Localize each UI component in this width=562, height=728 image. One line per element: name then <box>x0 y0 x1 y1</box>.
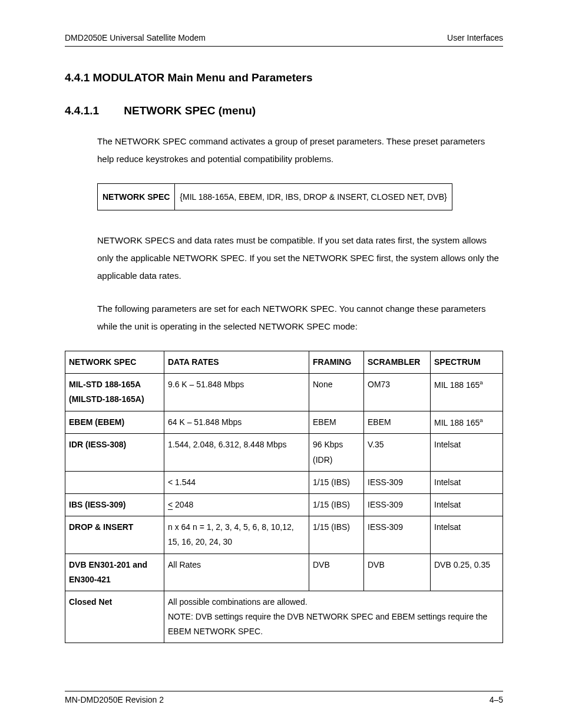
cell-scrambler: OM73 <box>364 374 431 411</box>
cell-framing: EBEM <box>309 411 364 434</box>
section-heading-4-4-1-1: 4.4.1.1 NETWORK SPEC (menu) <box>65 104 503 117</box>
table-header-row: NETWORK SPEC DATA RATES FRAMING SCRAMBLE… <box>65 351 503 374</box>
table-row-closed-net: Closed Net All possible combinations are… <box>65 591 503 643</box>
cell-rates: 9.6 K – 51.848 Mbps <box>164 374 309 411</box>
cell-spec: Closed Net <box>65 591 164 643</box>
page-footer: MN-DMD2050E Revision 2 4–5 <box>65 691 503 704</box>
cell-spec: IDR (IESS-308) <box>65 434 164 471</box>
cell-rates: All Rates <box>164 554 309 591</box>
cell-spectrum: Intelsat <box>431 434 503 471</box>
section-heading-4-4-1: 4.4.1 MODULATOR Main Menu and Parameters <box>65 71 503 84</box>
cell-framing: 1/15 (IBS) <box>309 493 364 516</box>
footer-page-number: 4–5 <box>490 695 503 704</box>
cell-spec: DROP & INSERT <box>65 516 164 554</box>
spec-box-label: NETWORK SPEC <box>98 184 175 210</box>
col-scrambler: SCRAMBLER <box>364 351 431 374</box>
table-row: EBEM (EBEM) 64 K – 51.848 Mbps EBEM EBEM… <box>65 411 503 434</box>
paragraph-params: The following parameters are set for eac… <box>97 300 503 335</box>
network-spec-table: NETWORK SPEC DATA RATES FRAMING SCRAMBLE… <box>65 351 503 643</box>
table-row: < 1.544 1/15 (IBS) IESS-309 Intelsat <box>65 471 503 493</box>
cell-scrambler: IESS-309 <box>364 493 431 516</box>
cell-rates: n x 64 n = 1, 2, 3, 4, 5, 6, 8, 10,12, 1… <box>164 516 309 554</box>
col-network-spec: NETWORK SPEC <box>65 351 164 374</box>
cell-scrambler: IESS-309 <box>364 516 431 554</box>
col-framing: FRAMING <box>309 351 364 374</box>
cell-scrambler: DVB <box>364 554 431 591</box>
cell-closed-net-note: All possible combinations are allowed. N… <box>164 591 503 643</box>
page-header: DMD2050E Universal Satellite Modem User … <box>65 33 503 47</box>
cell-rates: 64 K – 51.848 Mbps <box>164 411 309 434</box>
cell-spec: IBS (IESS-309) <box>65 493 164 516</box>
cell-rates: < 1.544 <box>164 471 309 493</box>
cell-spectrum: Intelsat <box>431 516 503 554</box>
cell-spectrum: Intelsat <box>431 493 503 516</box>
cell-framing: 1/15 (IBS) <box>309 516 364 554</box>
table-row: IDR (IESS-308) 1.544, 2.048, 6.312, 8.44… <box>65 434 503 471</box>
col-spectrum: SPECTRUM <box>431 351 503 374</box>
table-row: DVB EN301-201 and EN300-421 All Rates DV… <box>65 554 503 591</box>
cell-framing: 1/15 (IBS) <box>309 471 364 493</box>
cell-spectrum: DVB 0.25, 0.35 <box>431 554 503 591</box>
cell-spec: EBEM (EBEM) <box>65 411 164 434</box>
section-number: 4.4.1 <box>65 71 90 84</box>
cell-spec: MIL-STD 188-165A (MILSTD-188-165A) <box>65 374 164 411</box>
footer-left: MN-DMD2050E Revision 2 <box>65 695 164 704</box>
cell-rates: 1.544, 2.048, 6.312, 8.448 Mbps <box>164 434 309 471</box>
cell-rates: < 2048 <box>164 493 309 516</box>
section-title: MODULATOR Main Menu and Parameters <box>93 71 313 84</box>
table-row: DROP & INSERT n x 64 n = 1, 2, 3, 4, 5, … <box>65 516 503 554</box>
cell-spec <box>65 471 164 493</box>
col-data-rates: DATA RATES <box>164 351 309 374</box>
paragraph-compat: NETWORK SPECS and data rates must be com… <box>97 232 503 285</box>
cell-framing: None <box>309 374 364 411</box>
cell-framing: DVB <box>309 554 364 591</box>
cell-scrambler: EBEM <box>364 411 431 434</box>
spec-box-value: {MIL 188-165A, EBEM, IDR, IBS, DROP & IN… <box>175 184 452 210</box>
cell-spectrum: MIL 188 165a <box>431 411 503 434</box>
paragraph-intro: The NETWORK SPEC command activates a gro… <box>97 133 503 168</box>
table-row: IBS (IESS-309) < 2048 1/15 (IBS) IESS-30… <box>65 493 503 516</box>
table-row: MIL-STD 188-165A (MILSTD-188-165A) 9.6 K… <box>65 374 503 411</box>
section-title: NETWORK SPEC (menu) <box>124 104 256 117</box>
header-right: User Interfaces <box>447 33 503 42</box>
network-spec-options-box: NETWORK SPEC {MIL 188-165A, EBEM, IDR, I… <box>97 183 503 210</box>
header-left: DMD2050E Universal Satellite Modem <box>65 33 206 42</box>
cell-framing: 96 Kbps (IDR) <box>309 434 364 471</box>
cell-spectrum: Intelsat <box>431 471 503 493</box>
cell-scrambler: V.35 <box>364 434 431 471</box>
cell-spectrum: MIL 188 165a <box>431 374 503 411</box>
cell-scrambler: IESS-309 <box>364 471 431 493</box>
cell-spec: DVB EN301-201 and EN300-421 <box>65 554 164 591</box>
section-number: 4.4.1.1 <box>65 104 121 117</box>
